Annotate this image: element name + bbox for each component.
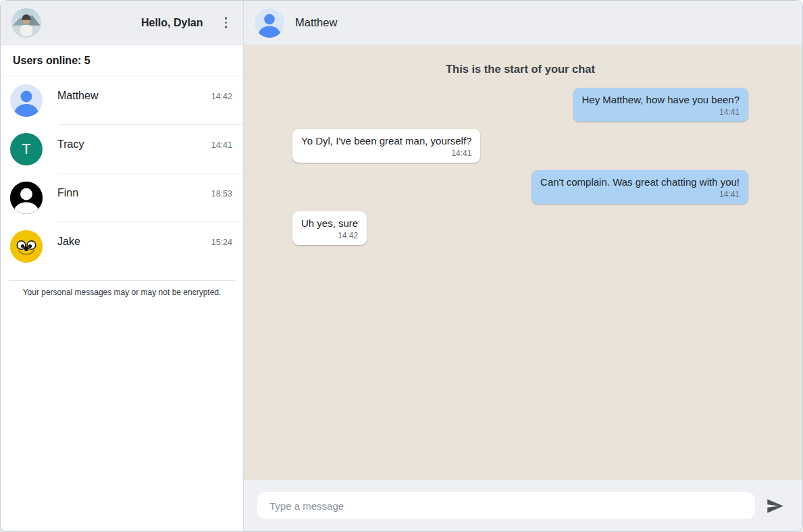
user-last-time: 14:41 — [211, 140, 232, 150]
message-bubble: Can't complain. Was great chatting with … — [532, 170, 748, 204]
profile-photo — [11, 8, 41, 38]
user-name: Jake — [57, 236, 80, 248]
message-text: Yo Dyl, I've been great man, yourself? — [301, 135, 471, 147]
user-last-time: 14:42 — [211, 92, 232, 101]
message-row: Can't complain. Was great chatting with … — [292, 170, 748, 204]
user-row-main: Tracy 14:41 — [43, 138, 232, 160]
message-row: Uh yes, sure 14:42 — [292, 211, 748, 245]
menu-kebab-icon[interactable] — [219, 13, 233, 32]
encryption-note: Your personal messages may or may not be… — [1, 281, 243, 297]
user-list: Matthew 14:42 T Tracy 14:41 Finn 18:53 J… — [1, 76, 243, 271]
greeting-title: Hello, Dylan — [141, 17, 203, 29]
message-text: Hey Matthew, how have you been? — [582, 94, 740, 105]
message-time: 14:41 — [540, 190, 740, 199]
finn-avatar — [10, 182, 43, 214]
message-bubble: Uh yes, sure 14:42 — [292, 211, 367, 245]
message-list: This is the start of your chat Hey Matth… — [244, 45, 802, 480]
message-input[interactable] — [257, 492, 755, 519]
user-last-time: 15:24 — [211, 238, 232, 247]
send-button[interactable] — [762, 493, 787, 518]
user-name: Tracy — [57, 138, 84, 151]
message-bubble: Yo Dyl, I've been great man, yourself? 1… — [292, 129, 480, 163]
message-text: Can't complain. Was great chatting with … — [540, 176, 740, 188]
profile-photo-avatar[interactable] — [11, 8, 41, 38]
users-online-label: Users online: 5 — [13, 55, 90, 67]
user-name: Matthew — [57, 90, 98, 102]
message-text: Uh yes, sure — [301, 217, 358, 229]
message-time: 14:42 — [301, 231, 358, 240]
user-name: Finn — [57, 187, 78, 199]
sidebar-header: Hello, Dylan — [1, 1, 243, 45]
user-row-main: Finn 18:53 — [43, 187, 232, 209]
peer-avatar — [255, 8, 284, 38]
user-list-item[interactable]: T Tracy 14:41 — [1, 125, 243, 174]
user-last-time: 18:53 — [211, 189, 232, 198]
jake-avatar — [10, 230, 43, 263]
chat-pane: Matthew This is the start of your chat H… — [244, 1, 802, 531]
chat-start-label: This is the start of your chat — [292, 63, 748, 76]
user-row-main: Jake 15:24 — [43, 236, 232, 257]
chat-header: Matthew — [244, 1, 802, 45]
user-list-item[interactable]: Matthew 14:42 — [1, 76, 243, 125]
peer-name: Matthew — [295, 16, 337, 29]
sidebar: Hello, Dylan Users online: 5 Matthew 14:… — [1, 1, 244, 531]
message-time: 14:41 — [301, 149, 471, 158]
user-list-item[interactable]: Finn 18:53 — [1, 174, 243, 222]
user-row-main: Matthew 14:42 — [43, 90, 232, 111]
send-icon — [766, 497, 784, 515]
message-bubble: Hey Matthew, how have you been? 14:41 — [573, 88, 748, 122]
online-status-row: Users online: 5 — [1, 45, 243, 76]
composer-bar — [244, 480, 802, 531]
app-window: Hello, Dylan Users online: 5 Matthew 14:… — [0, 0, 803, 532]
tracy-avatar: T — [10, 133, 43, 165]
message-time: 14:41 — [582, 107, 740, 117]
message-row: Yo Dyl, I've been great man, yourself? 1… — [292, 129, 748, 163]
matthew-avatar — [10, 84, 43, 117]
message-row: Hey Matthew, how have you been? 14:41 — [292, 88, 748, 122]
user-list-item[interactable]: Jake 15:24 — [1, 222, 243, 271]
